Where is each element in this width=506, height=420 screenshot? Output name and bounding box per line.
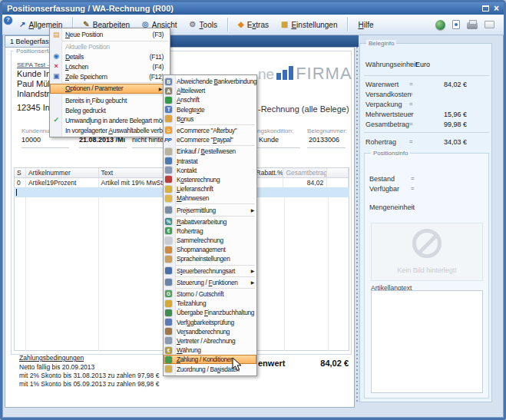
equals-sign: = [411, 185, 415, 192]
menu-item-label: Kontakt [177, 167, 197, 174]
sepa-link[interactable]: SEPA Test - [17, 61, 49, 68]
printer-icon[interactable] [467, 22, 478, 29]
menu-item-belegtexte[interactable]: TBelegtexte [164, 105, 256, 114]
artikellangtext-box[interactable] [371, 290, 483, 393]
menu-item-label: Aktuelle Position [65, 43, 110, 51]
menu-item-kontakt[interactable]: Kontakt [164, 166, 256, 175]
column-header-s[interactable]: S [15, 168, 26, 177]
menu-item-versandberechnung[interactable]: Versandberechnung [164, 327, 256, 336]
kostenrechnung-icon [165, 176, 172, 183]
menu-item-label: Shopmanagement [177, 246, 226, 253]
menu-hilfe[interactable]: ?Hilfe [352, 18, 379, 32]
column-header-rabatt-%[interactable]: Rabatt.% [254, 168, 284, 177]
menu-item-lieferanschrift[interactable]: Lieferanschrift [164, 184, 256, 193]
lieferanschrift-icon [165, 186, 172, 193]
preisermittlung-icon [165, 207, 172, 213]
mail-icon[interactable] [485, 21, 494, 28]
menu-item-beleg-gedruckt[interactable]: Beleg gedruckt [50, 106, 170, 116]
altteilewert-icon: A [165, 88, 172, 94]
verfügbarkeitsprüfung-icon [165, 319, 172, 326]
logo-prefix: ne [258, 68, 274, 81]
menu-item-ecommerce-afterbuy[interactable]: ☺eCommerce "Afterbuy" [164, 126, 256, 135]
menu-item-label: Rabattverarbeitung [177, 218, 227, 226]
menu-item-mahnwesen[interactable]: Mahnwesen [164, 193, 256, 203]
menu-item-bonus[interactable]: Bonus [164, 114, 256, 124]
menu-item-label: eCommerce "Afterbuy" [177, 127, 236, 134]
menu-item-details[interactable]: ◉Details(F11) [50, 52, 170, 62]
menu-item-umwandlung-in-andere-belegart-möglich[interactable]: ✓Umwandlung in andere Belegart möglich [50, 115, 170, 125]
menu-item-label: Sammelrechnung [177, 236, 223, 244]
menu-item-label: Lieferanschrift [177, 185, 213, 193]
menu-item-zuordnung-basisdaten[interactable]: Zuordnung / Basisdaten [164, 364, 256, 373]
details-icon: ◉ [51, 53, 61, 60]
menu-item-storno-gutschrift[interactable]: GStorno / Gutschrift [164, 289, 256, 299]
table-gridline [25, 197, 26, 351]
menu-item-neue-position[interactable]: ▤Neue Position(F3) [50, 30, 170, 40]
submenu-arrow-icon: ▶ [159, 86, 162, 91]
menu-shortcut: (F4) [153, 63, 164, 71]
table-cell: 0 [15, 178, 26, 187]
extras-icon: ◆ [238, 21, 244, 28]
menu-item-vertreter-abrechnung[interactable]: Vertreter / Abrechnung [164, 336, 256, 346]
equals-sign: = [411, 203, 415, 210]
address-line: Paul Mül [17, 79, 50, 88]
versandberechnung-icon [165, 328, 172, 335]
menu-item-rabattverarbeitung[interactable]: %Rabattverarbeitung [164, 217, 256, 227]
menu-einstellungen[interactable]: ▦Einstellungen [275, 18, 344, 32]
menu-item-label: Optionen / Parameter [65, 84, 123, 92]
info-label-bestand: Bestand [369, 175, 395, 183]
menu-item-steuerung-funktionen[interactable]: Steuerung / Funktionen▶ [164, 278, 256, 287]
restore-icon[interactable] [482, 5, 489, 12]
menu-item-in-vorgelagerter-auswahltabelle-verbergen[interactable]: In vorgelagerter Auswahltabelle verberge… [50, 125, 170, 135]
close-icon[interactable]: × [494, 5, 499, 12]
field-label-ngskondition: ngskondition: [257, 127, 293, 134]
info-value-währungseinheit: Euro [415, 61, 430, 68]
menu-label: Tools [200, 21, 217, 29]
menu-item-optionen-parameter[interactable]: Optionen / Parameter▶ [50, 84, 170, 94]
menu-separator [62, 94, 168, 95]
column-header-artikelnummer[interactable]: Artikelnummer [26, 168, 99, 177]
menu-item-abweichende-bankverbindung[interactable]: BAbweichende Bankverbindung [164, 77, 256, 86]
menu-item-label: Löschen [65, 63, 88, 71]
menu-item-einkauf-bestellwesen[interactable]: Einkauf / Bestellwesen [164, 147, 256, 156]
menu-separator [62, 41, 168, 41]
menu-item-währung[interactable]: €Währung [164, 346, 256, 355]
menu-item-altteilewert[interactable]: AAltteilewert [164, 86, 256, 95]
globe-icon[interactable] [435, 20, 445, 30]
menu-item-übergabe-finanzbuchhaltung[interactable]: Übergabe Finanzbuchhaltung [164, 308, 256, 317]
no-image-icon [412, 229, 442, 258]
menu-item-rohertrag[interactable]: €Rohertrag [164, 227, 256, 236]
equals-sign: = [409, 81, 413, 88]
info-label-verfügbar: Verfügbar [369, 185, 399, 193]
teilzahlung-icon [165, 300, 172, 307]
info-label-mehrwertsteuer: Mehrwertsteuer [365, 111, 414, 118]
menu-item-intrastat[interactable]: Intrastat [164, 157, 256, 166]
equals-sign: = [409, 91, 413, 98]
menu-item-steuerberechnungsart[interactable]: Steuerberechnungsart▶ [164, 266, 256, 276]
menu-item-bereits-in-fibu-gebucht[interactable]: Bereits in Fibu gebucht [50, 96, 170, 106]
address-line: Inlandstr [17, 89, 49, 98]
menu-item-label: Anschrift [177, 96, 200, 104]
menu-item-aktuelle-position[interactable]: Aktuelle Position [50, 42, 170, 52]
menu-item-kostenrechnung[interactable]: Kostenrechnung [164, 175, 256, 184]
menu-item-teilzahlung[interactable]: Teilzahlung [164, 299, 256, 308]
menu-item-ecommerce-paypal[interactable]: PPeCommerce "Paypal" [164, 135, 256, 144]
menu-item-preisermittlung[interactable]: Preisermittlung▶ [164, 205, 256, 214]
document-icon[interactable] [452, 20, 460, 29]
belegtexte-icon: T [165, 106, 172, 113]
column-header-gesamtbetrag[interactable]: Gesamtbetrag [283, 168, 327, 177]
menu-label: Extras [247, 21, 269, 29]
field-underline [79, 147, 127, 148]
menu-item-shopmanagement[interactable]: Shopmanagement [164, 245, 256, 254]
menu-item-löschen[interactable]: ×Löschen(F4) [50, 61, 170, 71]
panel-splitter[interactable] [355, 47, 359, 402]
menu-item-spracheinstellungen[interactable]: Spracheinstellungen [164, 254, 256, 263]
menu-tools[interactable]: ⚙Tools [184, 18, 223, 32]
menu-separator [176, 288, 255, 289]
menu-item-anschrift[interactable]: Anschrift [164, 95, 256, 104]
menu-item-zeile-speichern[interactable]: ▣Zeile Speichern(F12) [50, 71, 170, 81]
menu-extras[interactable]: ◆Extras [232, 18, 275, 32]
menu-item-zahlung-konditionen[interactable]: Zahlung / Konditionen [164, 355, 256, 364]
menu-item-sammelrechnung[interactable]: Sammelrechnung [164, 236, 256, 245]
menu-item-verfügbarkeitsprüfung[interactable]: Verfügbarkeitsprüfung [164, 318, 256, 327]
